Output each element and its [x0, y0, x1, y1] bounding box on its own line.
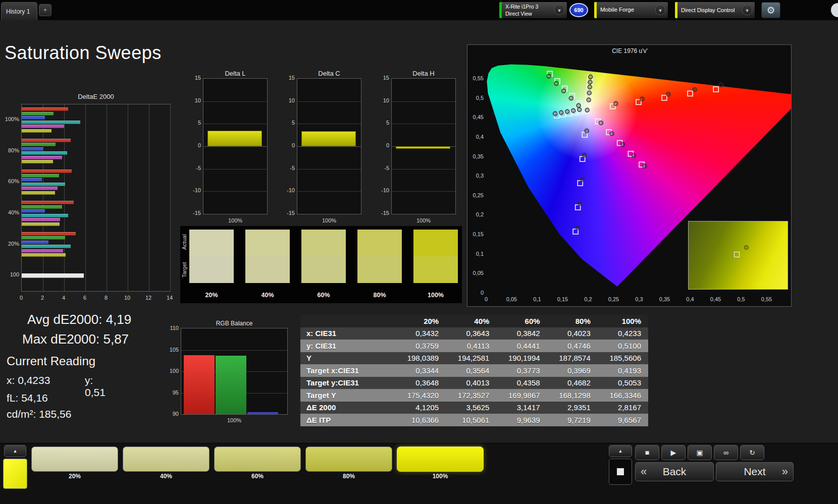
- rgb-balance-title: RGB Balance: [181, 320, 288, 327]
- pattern-patch-100%[interactable]: [397, 446, 484, 472]
- display-control-dropdown-icon[interactable]: ▾: [742, 5, 752, 15]
- cie-measured-point: [577, 103, 581, 107]
- pattern-patch-40%[interactable]: [123, 446, 210, 472]
- meter-count-badge[interactable]: 690: [569, 3, 588, 17]
- mini-y-tick-label: 10: [188, 97, 201, 103]
- mini-gridline: [297, 101, 361, 102]
- mini-y-tick-label: 15: [188, 75, 201, 81]
- cie-measured-point: [610, 132, 614, 136]
- next-button[interactable]: Next »: [716, 462, 794, 481]
- table-row: y: CIE310,37590,41130,44410,47460,5100: [300, 340, 648, 352]
- stop-button[interactable]: ■: [635, 445, 659, 460]
- table-cell: 0,3759: [395, 340, 446, 352]
- mini-y-tick-label: 5: [376, 120, 389, 126]
- page-title: Saturation Sweeps: [5, 42, 162, 64]
- deltae-x-tick-label: 14: [162, 295, 177, 301]
- table-row: ΔE ITP10,636610,50619,96399,72199,6567: [300, 414, 648, 426]
- mini-gridline: [297, 169, 361, 170]
- edge-profile-button[interactable]: [831, 3, 838, 17]
- right-collapse-button[interactable]: ▲: [609, 445, 632, 457]
- stop-icon: ■: [645, 449, 649, 457]
- current-pattern-color[interactable]: [3, 459, 27, 489]
- deltae-bar: [22, 187, 58, 190]
- cie-y-tick-label: 0,55: [469, 75, 484, 81]
- avg-de2000-readout: Avg dE2000: 4,19: [27, 312, 131, 327]
- mini-gridline: [392, 124, 455, 124]
- table-cell: 4,1205: [395, 402, 446, 414]
- cie-x-tick-label: 0,35: [657, 296, 673, 302]
- current-reading-title: Current Reading: [7, 354, 95, 368]
- pattern-patch-20%[interactable]: [31, 446, 118, 472]
- meter-name: X-Rite i1Pro 3: [505, 3, 554, 10]
- table-cell: 3,5625: [446, 402, 496, 414]
- table-cell: 0,4233: [598, 327, 648, 340]
- deltae-x-tick-label: 8: [98, 295, 114, 301]
- delta-h-title: Delta H: [391, 70, 456, 77]
- table-cell: 0,3432: [395, 327, 446, 340]
- cie-detail-inset: [688, 221, 788, 290]
- mini-y-tick-label: 15: [376, 75, 389, 81]
- mini-gridline: [297, 146, 361, 147]
- back-button[interactable]: « Back: [635, 462, 714, 481]
- table-cell: 185,5606: [598, 352, 648, 365]
- source-selector[interactable]: Mobile Forge ▾: [594, 2, 668, 19]
- pattern-patch-60%[interactable]: [214, 446, 301, 472]
- table-row: Target x:CIE310,33440,35640,37730,39690,…: [300, 364, 648, 377]
- mini-x-tick-label: 100%: [297, 217, 361, 223]
- meter-dropdown-icon[interactable]: ▾: [554, 5, 564, 15]
- play-icon: ▶: [671, 449, 676, 457]
- deltae-bar: [22, 156, 62, 159]
- deltae-bar: [22, 201, 74, 204]
- swatch-actual-60%: [301, 230, 346, 256]
- cie-x-tick-label: 0,55: [759, 296, 775, 302]
- table-column-header: 80%: [547, 315, 598, 327]
- mini-gridline: [392, 101, 455, 102]
- table-cell: 0,3773: [496, 364, 547, 377]
- display-control-selector[interactable]: Direct Display Control ▾: [674, 2, 755, 19]
- left-collapse-button[interactable]: ▲: [4, 445, 26, 457]
- source-dropdown-icon[interactable]: ▾: [655, 5, 665, 15]
- target-label: Target: [181, 256, 188, 284]
- swatch-actual-100%: [413, 230, 458, 256]
- cie-measured-point: [575, 226, 580, 230]
- white-square-icon: [617, 468, 624, 475]
- table-cell: 168,1298: [547, 389, 598, 402]
- continuous-measure-button[interactable]: ∞: [714, 445, 738, 460]
- deltae-bar: [22, 209, 45, 213]
- mini-y-tick-label: -10: [188, 187, 201, 193]
- deltae-x-tick-label: 2: [35, 295, 50, 301]
- add-tab-button[interactable]: +: [39, 4, 51, 16]
- mini-y-tick-label: 5: [282, 120, 295, 126]
- deltae-bar: [22, 116, 45, 120]
- play-button[interactable]: ▶: [661, 445, 686, 460]
- rgb-balance-chart: RGB Balance 1101051009590100%: [167, 319, 294, 427]
- cie-measured-point: [580, 177, 584, 181]
- pattern-window-button[interactable]: [609, 459, 632, 485]
- cie-measured-point: [559, 110, 563, 115]
- table-row-label: Target x:CIE31: [300, 364, 395, 377]
- meter-selector[interactable]: X-Rite i1Pro 3 Direct View ▾: [499, 2, 567, 19]
- table-cell: 3,1417: [496, 402, 547, 414]
- pattern-patch-80%[interactable]: [305, 446, 392, 472]
- table-row-label: Target Y: [300, 389, 395, 402]
- settings-button[interactable]: ⚙: [761, 2, 780, 18]
- table-cell: 0,4023: [547, 327, 598, 340]
- deltae-bar: [22, 143, 56, 146]
- delta-c-plot: [297, 78, 361, 214]
- deltae-gridline: [85, 104, 86, 291]
- table-cell: 0,4358: [496, 377, 547, 389]
- table-cell: 0,4746: [547, 340, 598, 352]
- table-cell: 166,3346: [598, 389, 648, 402]
- table-cell: 2,9351: [547, 402, 598, 414]
- cie-measured-point: [587, 91, 591, 95]
- refresh-button[interactable]: ↻: [740, 445, 764, 460]
- deltae-bar: [22, 107, 68, 111]
- cie-measured-point: [589, 75, 593, 79]
- table-cell: 0,4441: [496, 340, 547, 352]
- rgb-bar-red: [184, 355, 215, 414]
- delta-l-plot: [203, 78, 268, 214]
- pattern-window-button[interactable]: ▣: [688, 445, 712, 460]
- history-tab[interactable]: History 1: [1, 2, 37, 20]
- table-column-header: 20%: [395, 315, 446, 327]
- deltae-x-tick-label: 4: [56, 295, 71, 301]
